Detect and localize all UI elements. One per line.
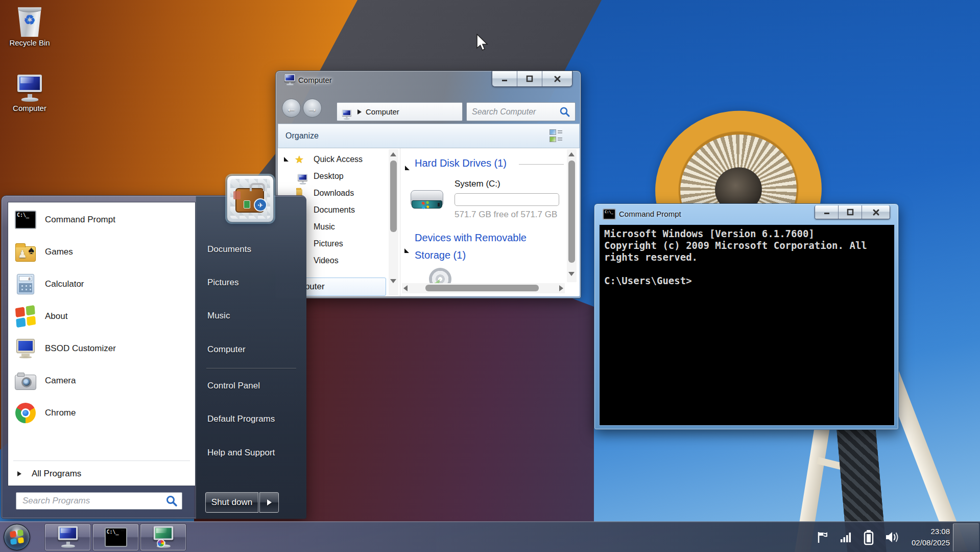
taskbar-button-display-settings[interactable] — [140, 524, 186, 550]
shutdown-arrow-icon — [267, 499, 272, 505]
all-programs-label: All Programs — [32, 469, 81, 479]
calculator-icon: 8 — [17, 274, 34, 294]
display-settings-icon — [151, 526, 176, 548]
scroll-down-icon[interactable] — [568, 272, 575, 276]
clock-time: 23:08 — [900, 526, 950, 537]
organize-button[interactable]: Organize — [285, 131, 319, 141]
close-button[interactable] — [862, 205, 890, 219]
start-menu-divider — [13, 461, 190, 461]
network-signal-icon[interactable] — [834, 530, 858, 544]
sidebar-item-label: Videos — [314, 256, 339, 265]
start-item-calculator[interactable]: 8 Calculator — [8, 268, 195, 300]
sidebar-item-label: Music — [314, 222, 335, 232]
console-line — [604, 263, 890, 275]
start-link-label: Control Panel — [207, 381, 260, 391]
start-link-control-panel[interactable]: Control Panel — [196, 377, 306, 395]
start-button[interactable] — [4, 524, 30, 550]
start-item-bsod-customizer[interactable]: BSOD Customizer — [8, 332, 195, 364]
start-link-label: Music — [207, 311, 230, 321]
scroll-up-icon[interactable] — [390, 152, 396, 156]
forward-arrow-icon: → — [307, 102, 318, 114]
start-search-input[interactable] — [16, 496, 165, 506]
search-icon[interactable] — [559, 106, 570, 118]
start-link-default-programs[interactable]: Default Programs — [196, 410, 306, 428]
chrome-icon — [15, 403, 36, 423]
address-bar[interactable]: Computer — [337, 102, 463, 121]
explorer-window-title: Computer — [298, 76, 332, 84]
scroll-down-icon[interactable] — [390, 279, 396, 283]
sidebar-item-desktop[interactable]: Desktop — [278, 168, 388, 185]
desktop-monitor-icon — [297, 174, 301, 178]
minimize-icon — [823, 209, 830, 215]
scrollbar-thumb[interactable] — [425, 285, 539, 291]
action-center-flag-icon[interactable] — [811, 530, 834, 544]
explorer-navigation-bar: ← → Computer — [276, 94, 581, 122]
start-link-music[interactable]: Music — [196, 307, 306, 325]
all-programs-button[interactable]: All Programs — [8, 462, 195, 486]
maximize-icon — [847, 209, 854, 216]
expand-arrow-icon — [17, 471, 21, 476]
heading-rule — [519, 164, 564, 165]
command-prompt-icon: C:\_∙∙∙ — [15, 211, 36, 229]
sidebar-item-label: Downloads — [314, 189, 354, 198]
computer-icon — [14, 75, 45, 102]
change-view-icon[interactable] — [549, 129, 563, 144]
minimize-icon — [501, 75, 508, 82]
taskbar-clock[interactable]: 23:08 02/08/2025 — [900, 526, 950, 548]
minimize-button[interactable] — [492, 71, 517, 86]
start-menu-divider — [206, 368, 296, 369]
bsod-monitor-icon — [15, 339, 36, 358]
desktop-icon-label: Recycle Bin — [4, 38, 55, 47]
start-item-command-prompt[interactable]: C:\_∙∙∙ Command Prompt — [8, 203, 195, 236]
start-link-help-support[interactable]: Help and Support — [196, 444, 306, 462]
maximize-icon — [526, 75, 533, 82]
taskbar: C:\_∙∙∙ 23:08 02/08/2025 — [0, 521, 980, 552]
taskbar-button-explorer[interactable] — [45, 524, 90, 550]
console-prompt-line: C:\Users\Guest> — [604, 275, 890, 287]
start-menu-right-column: Documents Pictures Music Computer Contro… — [196, 196, 306, 519]
cmd-window-title: Command Prompt — [619, 210, 681, 218]
cmd-console[interactable]: Microsoft Windows [Version 6.1.7600] Cop… — [599, 224, 895, 426]
drive-capacity-bar — [455, 193, 559, 206]
maximize-button[interactable] — [517, 71, 542, 86]
show-desktop-button[interactable] — [953, 523, 979, 551]
sticker — [233, 191, 241, 199]
start-item-label: Camera — [45, 376, 76, 386]
shutdown-button[interactable]: Shut down — [205, 492, 258, 513]
battery-icon[interactable] — [858, 529, 879, 545]
horizontal-scrollbar[interactable] — [402, 283, 565, 293]
breadcrumb-arrow-icon — [357, 109, 362, 114]
computer-mini-icon — [283, 74, 296, 86]
start-item-chrome[interactable]: Chrome — [8, 397, 195, 429]
maximize-button[interactable] — [839, 205, 862, 219]
start-item-games[interactable]: ♠♟ Games — [8, 236, 195, 268]
main-scrollbar[interactable] — [567, 149, 577, 282]
console-line: Copyright (c) 2009 Microsoft Corporation… — [604, 240, 890, 251]
start-item-camera[interactable]: Camera — [8, 364, 195, 397]
minimize-button[interactable] — [815, 205, 839, 219]
scroll-right-icon[interactable] — [559, 285, 563, 291]
sidebar-scrollbar[interactable] — [389, 149, 398, 295]
explorer-search-input[interactable] — [467, 107, 559, 117]
search-icon[interactable] — [165, 495, 178, 507]
start-item-about[interactable]: About — [8, 300, 195, 332]
taskbar-button-cmd[interactable]: C:\_∙∙∙ — [93, 524, 138, 550]
expand-triangle-icon[interactable] — [284, 157, 289, 162]
sidebar-item-quick-access[interactable]: ★ Quick Access — [278, 151, 388, 168]
scrollbar-thumb[interactable] — [390, 160, 397, 232]
forward-button[interactable]: → — [303, 99, 322, 118]
scroll-up-icon[interactable] — [568, 152, 575, 156]
scrollbar-thumb[interactable] — [568, 160, 575, 263]
system-tray — [811, 522, 906, 552]
explorer-body: ★ Quick Access Desktop Downloads Documen… — [278, 148, 580, 296]
start-link-pictures[interactable]: Pictures — [196, 273, 306, 292]
desktop-icon-recycle-bin[interactable]: ♻ Recycle Bin — [4, 4, 55, 47]
close-button[interactable] — [542, 71, 572, 86]
start-link-documents[interactable]: Documents — [196, 240, 306, 259]
desktop-icon-computer[interactable]: Computer — [4, 75, 55, 112]
scroll-left-icon[interactable] — [403, 285, 408, 291]
start-link-computer[interactable]: Computer — [196, 340, 306, 359]
chess-pawn-icon: ♟ — [18, 248, 27, 260]
shutdown-options-button[interactable] — [259, 492, 279, 513]
back-button[interactable]: ← — [282, 99, 301, 118]
